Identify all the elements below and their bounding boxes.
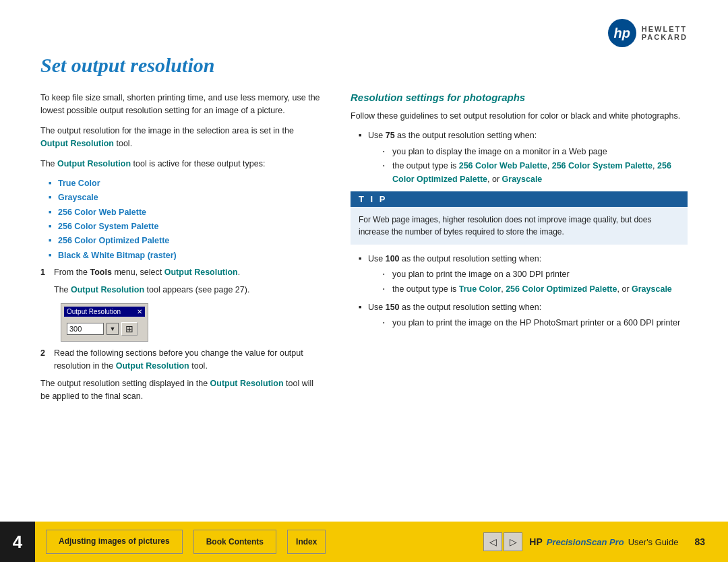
step-1: 1 From the Tools menu, select Output Res… (40, 266, 324, 279)
use75-sub-1: you plan to display the image on a monit… (383, 146, 688, 158)
list-item-256-system: 256 Color System Palette (49, 220, 324, 233)
outro-paragraph: The output resolution setting displayed … (40, 377, 324, 404)
two-column-layout: To keep file size small, shorten printin… (40, 92, 688, 410)
brand-suffix: User's Guide (628, 537, 679, 547)
section-heading: Resolution settings for photographs (351, 92, 688, 103)
output-resolution-link-1: Output Resolution (40, 139, 114, 148)
page-container: hp HEWLETT PACKARD Set output resolution… (0, 0, 728, 562)
content-area: Set output resolution To keep file size … (40, 54, 688, 508)
page-title: Set output resolution (40, 54, 688, 77)
left-column: To keep file size small, shorten printin… (40, 92, 324, 410)
intro-paragraph-1: To keep file size small, shorten printin… (40, 92, 324, 118)
output-types-list: True Color Grayscale 256 Color Web Palet… (49, 177, 324, 262)
list-item-true-color: True Color (49, 177, 324, 190)
brand-text: HP PrecisionScan Pro User's Guide (529, 536, 678, 547)
use150-sub-1: you plan to print the image on the HP Ph… (383, 317, 688, 330)
use150-item: Use 150 as the output resolution setting… (359, 301, 688, 330)
intro-paragraph-2: The output resolution for the image in t… (40, 125, 324, 151)
adjusting-images-button[interactable]: Adjusting images of pictures (46, 530, 183, 554)
page-number-right: 83 (694, 536, 705, 547)
step-1-sub: The Output Resolution tool appears (see … (54, 284, 324, 296)
tip-box: T I P For Web page images, higher resolu… (351, 191, 688, 245)
use100-sub-list: you plan to print the image on a 300 DPI… (383, 268, 688, 296)
screenshot-input: 300 (67, 323, 104, 335)
use100-list: Use 100 as the output resolution setting… (359, 253, 688, 296)
list-item-bw-bitmap: Black & White Bitmap (raster) (49, 249, 324, 262)
use75-sub-list: you plan to display the image on a monit… (383, 146, 688, 186)
list-item-256-web: 256 Color Web Palette (49, 206, 324, 219)
tip-header: T I P (351, 191, 688, 207)
tip-content: For Web page images, higher resolution d… (351, 207, 688, 245)
book-contents-button[interactable]: Book Contents (193, 530, 276, 554)
hp-circle-icon: hp (608, 19, 636, 47)
bottom-right-section: ◁ ▷ HP PrecisionScan Pro User's Guide 83 (483, 532, 715, 551)
use100-item: Use 100 as the output resolution setting… (359, 253, 688, 296)
next-arrow-button[interactable]: ▷ (504, 532, 522, 551)
use100-sub-1: you plan to print the image on a 300 DPI… (383, 268, 688, 281)
prev-arrow-button[interactable]: ◁ (483, 532, 502, 551)
use150-list: Use 150 as the output resolution setting… (359, 301, 688, 330)
use75-item: Use 75 as the output resolution setting … (359, 129, 688, 186)
screenshot-body: 300 ▼ ⊞ (64, 319, 145, 338)
right-column: Resolution settings for photographs Foll… (351, 92, 688, 410)
intro-paragraph-3: The Output Resolution tool is active for… (40, 158, 324, 170)
use100-sub-2: the output type is True Color, 256 Color… (383, 283, 688, 296)
output-resolution-link-2: Output Resolution (57, 159, 131, 168)
hp-logo: hp HEWLETT PACKARD (608, 19, 688, 47)
brand-product: PrecisionScan Pro (547, 537, 624, 547)
hp-text: HEWLETT PACKARD (642, 25, 688, 41)
output-resolution-link-outro: Output Resolution (210, 379, 284, 388)
list-item-grayscale: Grayscale (49, 191, 324, 204)
output-resolution-screenshot: Output Resolution ✕ 300 ▼ ⊞ (61, 303, 148, 342)
use75-list: Use 75 as the output resolution setting … (359, 129, 688, 186)
screenshot-btn: ⊞ (121, 322, 138, 336)
step-2: 2 Read the following sections before you… (40, 347, 324, 373)
screenshot-dropdown: ▼ (107, 323, 119, 335)
use150-sub-list: you plan to print the image on the HP Ph… (383, 317, 688, 330)
page-number-box: 4 (0, 522, 35, 562)
bottom-bar: 4 Adjusting images of pictures Book Cont… (0, 522, 728, 562)
list-item-256-optimized: 256 Color Optimized Palette (49, 235, 324, 247)
screenshot-title-bar: Output Resolution ✕ (64, 307, 145, 317)
use75-sub-2: the output type is 256 Color Web Palette… (383, 160, 688, 186)
index-button[interactable]: Index (287, 530, 326, 554)
right-intro: Follow these guidelines to set output re… (351, 110, 688, 123)
